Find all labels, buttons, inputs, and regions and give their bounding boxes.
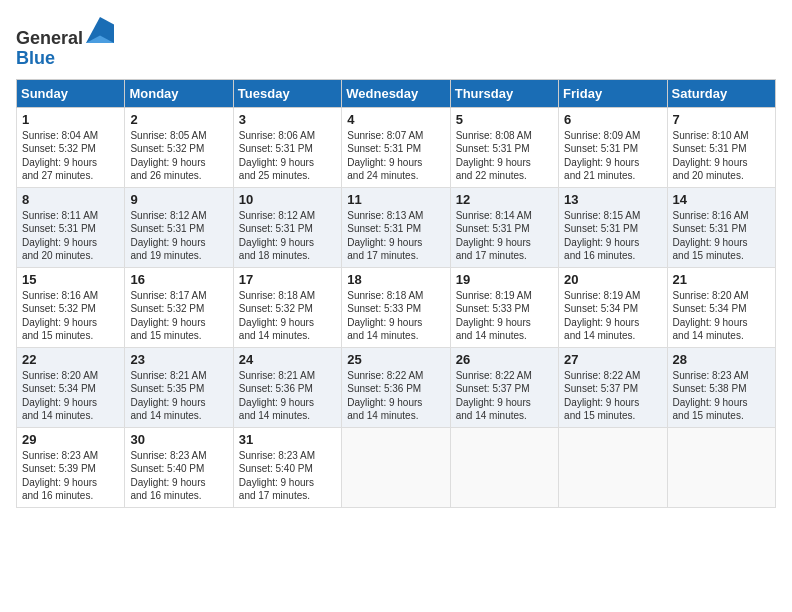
calendar-table: SundayMondayTuesdayWednesdayThursdayFrid… <box>16 79 776 508</box>
calendar-cell: 15Sunrise: 8:16 AM Sunset: 5:32 PM Dayli… <box>17 267 125 347</box>
day-info: Sunrise: 8:14 AM Sunset: 5:31 PM Dayligh… <box>456 209 553 263</box>
calendar-week-row: 8Sunrise: 8:11 AM Sunset: 5:31 PM Daylig… <box>17 187 776 267</box>
logo-blue: Blue <box>16 48 55 68</box>
calendar-cell: 27Sunrise: 8:22 AM Sunset: 5:37 PM Dayli… <box>559 347 667 427</box>
day-number: 11 <box>347 192 444 207</box>
day-info: Sunrise: 8:16 AM Sunset: 5:31 PM Dayligh… <box>673 209 770 263</box>
calendar-cell: 11Sunrise: 8:13 AM Sunset: 5:31 PM Dayli… <box>342 187 450 267</box>
calendar-cell: 20Sunrise: 8:19 AM Sunset: 5:34 PM Dayli… <box>559 267 667 347</box>
day-number: 24 <box>239 352 336 367</box>
day-number: 2 <box>130 112 227 127</box>
page-header: General Blue <box>16 16 776 69</box>
calendar-cell: 25Sunrise: 8:22 AM Sunset: 5:36 PM Dayli… <box>342 347 450 427</box>
day-info: Sunrise: 8:13 AM Sunset: 5:31 PM Dayligh… <box>347 209 444 263</box>
day-number: 8 <box>22 192 119 207</box>
calendar-week-row: 29Sunrise: 8:23 AM Sunset: 5:39 PM Dayli… <box>17 427 776 507</box>
day-number: 1 <box>22 112 119 127</box>
calendar-week-row: 22Sunrise: 8:20 AM Sunset: 5:34 PM Dayli… <box>17 347 776 427</box>
calendar-body: 1Sunrise: 8:04 AM Sunset: 5:32 PM Daylig… <box>17 107 776 507</box>
day-number: 15 <box>22 272 119 287</box>
day-info: Sunrise: 8:05 AM Sunset: 5:32 PM Dayligh… <box>130 129 227 183</box>
day-number: 9 <box>130 192 227 207</box>
calendar-cell: 19Sunrise: 8:19 AM Sunset: 5:33 PM Dayli… <box>450 267 558 347</box>
day-number: 19 <box>456 272 553 287</box>
day-number: 26 <box>456 352 553 367</box>
calendar-cell <box>559 427 667 507</box>
day-number: 22 <box>22 352 119 367</box>
day-number: 16 <box>130 272 227 287</box>
calendar-day-header: Wednesday <box>342 79 450 107</box>
day-info: Sunrise: 8:04 AM Sunset: 5:32 PM Dayligh… <box>22 129 119 183</box>
day-number: 18 <box>347 272 444 287</box>
calendar-cell: 12Sunrise: 8:14 AM Sunset: 5:31 PM Dayli… <box>450 187 558 267</box>
day-number: 30 <box>130 432 227 447</box>
calendar-cell: 31Sunrise: 8:23 AM Sunset: 5:40 PM Dayli… <box>233 427 341 507</box>
day-info: Sunrise: 8:23 AM Sunset: 5:40 PM Dayligh… <box>130 449 227 503</box>
calendar-header-row: SundayMondayTuesdayWednesdayThursdayFrid… <box>17 79 776 107</box>
day-number: 5 <box>456 112 553 127</box>
calendar-cell: 5Sunrise: 8:08 AM Sunset: 5:31 PM Daylig… <box>450 107 558 187</box>
day-info: Sunrise: 8:20 AM Sunset: 5:34 PM Dayligh… <box>673 289 770 343</box>
day-info: Sunrise: 8:12 AM Sunset: 5:31 PM Dayligh… <box>239 209 336 263</box>
calendar-cell <box>450 427 558 507</box>
day-number: 28 <box>673 352 770 367</box>
day-info: Sunrise: 8:15 AM Sunset: 5:31 PM Dayligh… <box>564 209 661 263</box>
day-info: Sunrise: 8:06 AM Sunset: 5:31 PM Dayligh… <box>239 129 336 183</box>
calendar-day-header: Saturday <box>667 79 775 107</box>
calendar-cell: 6Sunrise: 8:09 AM Sunset: 5:31 PM Daylig… <box>559 107 667 187</box>
calendar-cell <box>667 427 775 507</box>
day-info: Sunrise: 8:22 AM Sunset: 5:37 PM Dayligh… <box>456 369 553 423</box>
day-number: 12 <box>456 192 553 207</box>
calendar-cell: 23Sunrise: 8:21 AM Sunset: 5:35 PM Dayli… <box>125 347 233 427</box>
calendar-cell: 16Sunrise: 8:17 AM Sunset: 5:32 PM Dayli… <box>125 267 233 347</box>
calendar-cell: 18Sunrise: 8:18 AM Sunset: 5:33 PM Dayli… <box>342 267 450 347</box>
day-number: 21 <box>673 272 770 287</box>
calendar-day-header: Tuesday <box>233 79 341 107</box>
calendar-week-row: 15Sunrise: 8:16 AM Sunset: 5:32 PM Dayli… <box>17 267 776 347</box>
calendar-cell: 30Sunrise: 8:23 AM Sunset: 5:40 PM Dayli… <box>125 427 233 507</box>
day-info: Sunrise: 8:23 AM Sunset: 5:38 PM Dayligh… <box>673 369 770 423</box>
calendar-cell: 17Sunrise: 8:18 AM Sunset: 5:32 PM Dayli… <box>233 267 341 347</box>
calendar-cell: 13Sunrise: 8:15 AM Sunset: 5:31 PM Dayli… <box>559 187 667 267</box>
calendar-cell: 4Sunrise: 8:07 AM Sunset: 5:31 PM Daylig… <box>342 107 450 187</box>
day-number: 27 <box>564 352 661 367</box>
calendar-cell: 22Sunrise: 8:20 AM Sunset: 5:34 PM Dayli… <box>17 347 125 427</box>
day-number: 10 <box>239 192 336 207</box>
day-number: 29 <box>22 432 119 447</box>
calendar-cell: 21Sunrise: 8:20 AM Sunset: 5:34 PM Dayli… <box>667 267 775 347</box>
calendar-cell: 8Sunrise: 8:11 AM Sunset: 5:31 PM Daylig… <box>17 187 125 267</box>
calendar-cell: 3Sunrise: 8:06 AM Sunset: 5:31 PM Daylig… <box>233 107 341 187</box>
calendar-cell: 9Sunrise: 8:12 AM Sunset: 5:31 PM Daylig… <box>125 187 233 267</box>
day-info: Sunrise: 8:18 AM Sunset: 5:32 PM Dayligh… <box>239 289 336 343</box>
calendar-cell: 7Sunrise: 8:10 AM Sunset: 5:31 PM Daylig… <box>667 107 775 187</box>
calendar-cell: 24Sunrise: 8:21 AM Sunset: 5:36 PM Dayli… <box>233 347 341 427</box>
day-info: Sunrise: 8:21 AM Sunset: 5:36 PM Dayligh… <box>239 369 336 423</box>
calendar-cell <box>342 427 450 507</box>
logo: General Blue <box>16 16 114 69</box>
calendar-cell: 10Sunrise: 8:12 AM Sunset: 5:31 PM Dayli… <box>233 187 341 267</box>
calendar-cell: 29Sunrise: 8:23 AM Sunset: 5:39 PM Dayli… <box>17 427 125 507</box>
day-info: Sunrise: 8:19 AM Sunset: 5:33 PM Dayligh… <box>456 289 553 343</box>
day-info: Sunrise: 8:17 AM Sunset: 5:32 PM Dayligh… <box>130 289 227 343</box>
calendar-week-row: 1Sunrise: 8:04 AM Sunset: 5:32 PM Daylig… <box>17 107 776 187</box>
day-number: 7 <box>673 112 770 127</box>
day-info: Sunrise: 8:07 AM Sunset: 5:31 PM Dayligh… <box>347 129 444 183</box>
day-info: Sunrise: 8:22 AM Sunset: 5:36 PM Dayligh… <box>347 369 444 423</box>
calendar-day-header: Thursday <box>450 79 558 107</box>
logo-general: General <box>16 28 83 48</box>
day-number: 4 <box>347 112 444 127</box>
day-info: Sunrise: 8:23 AM Sunset: 5:39 PM Dayligh… <box>22 449 119 503</box>
day-info: Sunrise: 8:22 AM Sunset: 5:37 PM Dayligh… <box>564 369 661 423</box>
day-number: 20 <box>564 272 661 287</box>
day-info: Sunrise: 8:16 AM Sunset: 5:32 PM Dayligh… <box>22 289 119 343</box>
day-info: Sunrise: 8:19 AM Sunset: 5:34 PM Dayligh… <box>564 289 661 343</box>
day-info: Sunrise: 8:21 AM Sunset: 5:35 PM Dayligh… <box>130 369 227 423</box>
day-info: Sunrise: 8:18 AM Sunset: 5:33 PM Dayligh… <box>347 289 444 343</box>
day-info: Sunrise: 8:23 AM Sunset: 5:40 PM Dayligh… <box>239 449 336 503</box>
day-number: 3 <box>239 112 336 127</box>
day-info: Sunrise: 8:12 AM Sunset: 5:31 PM Dayligh… <box>130 209 227 263</box>
day-number: 31 <box>239 432 336 447</box>
day-number: 25 <box>347 352 444 367</box>
day-number: 23 <box>130 352 227 367</box>
calendar-cell: 14Sunrise: 8:16 AM Sunset: 5:31 PM Dayli… <box>667 187 775 267</box>
